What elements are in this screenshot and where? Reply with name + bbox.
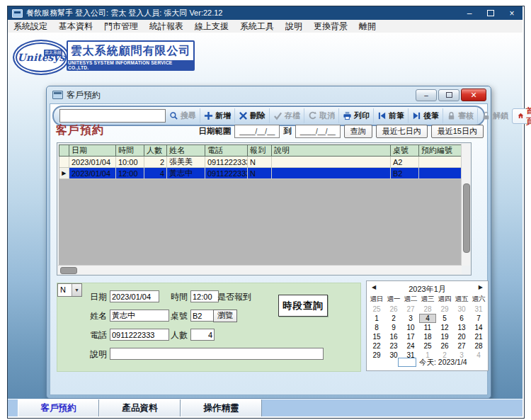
calendar-day[interactable]: 26 — [436, 341, 453, 351]
calendar-next-icon[interactable]: ▶ — [479, 284, 483, 290]
child-close-button[interactable]: ✕ — [461, 89, 486, 101]
cell-booking-no[interactable] — [419, 168, 462, 179]
menu-item[interactable]: 統計報表 — [144, 20, 189, 33]
calendar-day[interactable]: 16 — [385, 332, 402, 341]
time-field[interactable] — [190, 290, 219, 302]
cell-phone[interactable]: 0911222333 — [205, 157, 248, 168]
cell-time[interactable]: 12:00 — [116, 168, 144, 179]
column-header-checkin[interactable]: 報到 — [248, 145, 272, 157]
column-header-name[interactable]: 姓名 — [167, 145, 205, 157]
horizontal-scrollbar-thumb[interactable] — [60, 267, 77, 274]
calendar-day[interactable]: 23 — [385, 341, 402, 351]
calendar-day[interactable]: 30 — [453, 305, 470, 314]
horizontal-scrollbar[interactable] — [58, 265, 462, 274]
cell-people[interactable]: 4 — [144, 168, 167, 179]
cell-date[interactable]: 2023/01/04 — [69, 168, 116, 179]
column-header-phone[interactable]: 電話 — [205, 145, 248, 157]
calendar-day[interactable]: 19 — [436, 332, 453, 341]
child-maximize-button[interactable] — [438, 89, 459, 101]
cell-checkin[interactable]: N — [248, 157, 272, 168]
menu-item[interactable]: 系統設定 — [8, 20, 53, 33]
cell-time[interactable]: 10:00 — [116, 157, 144, 168]
calendar-day[interactable]: 21 — [470, 332, 487, 341]
cell-table-no[interactable]: A2 — [391, 157, 419, 168]
calendar-day[interactable]: 4 — [470, 351, 487, 360]
column-header-table-no[interactable]: 桌號 — [391, 145, 419, 157]
calendar-day[interactable]: 13 — [453, 323, 470, 332]
print-button[interactable]: 列印 — [339, 108, 374, 123]
note-field[interactable] — [110, 348, 324, 360]
tab-customer-reservation[interactable]: 客戶預約 — [18, 399, 99, 416]
menu-item[interactable]: 更換背景 — [308, 20, 353, 33]
vertical-scrollbar-thumb[interactable] — [463, 183, 470, 253]
calendar-day[interactable]: 17 — [402, 332, 419, 341]
tab-product-data[interactable]: 產品資料 — [99, 399, 181, 416]
cell-booking-no[interactable] — [419, 157, 462, 168]
home-button[interactable]: 首頁 — [512, 108, 531, 124]
calendar-day[interactable]: 11 — [419, 323, 436, 332]
tab-operation-wizard[interactable]: 操作精靈 — [181, 399, 262, 416]
menu-item[interactable]: 門市管理 — [98, 20, 144, 33]
close-button[interactable]: × — [501, 6, 523, 20]
chevron-down-icon[interactable]: ▼ — [72, 284, 81, 296]
cell-people[interactable]: 2 — [144, 157, 167, 168]
calendar-day[interactable]: 1 — [368, 314, 385, 323]
cell-table-no[interactable]: B2 — [391, 168, 419, 179]
cell-note[interactable] — [272, 168, 391, 179]
menu-item[interactable]: 離開 — [353, 20, 382, 33]
column-header-date[interactable]: 日期 — [69, 145, 116, 157]
add-button[interactable]: 新增 — [200, 108, 235, 123]
search-button[interactable]: 搜尋 — [166, 108, 200, 123]
delete-button[interactable]: 刪除 — [235, 108, 270, 123]
calendar-day[interactable]: 28 — [470, 341, 487, 351]
calendar-day[interactable]: 27 — [402, 305, 419, 314]
query-button[interactable]: 查詢 — [344, 125, 372, 138]
recent-15-days-button[interactable]: 最近15日內 — [431, 125, 484, 138]
cell-note[interactable] — [272, 157, 391, 168]
table-no-field[interactable] — [190, 310, 215, 322]
calendar-day[interactable]: 6 — [453, 314, 470, 323]
calendar-day[interactable]: 18 — [419, 332, 436, 341]
calendar-day[interactable]: 29 — [368, 351, 385, 360]
calendar-day[interactable]: 26 — [385, 305, 402, 314]
table-row-selected[interactable]: ▶ 2023/01/04 12:00 4 黃志中 0911222333 N B2 — [59, 168, 462, 179]
name-field[interactable] — [110, 310, 169, 322]
calendar-day[interactable]: 31 — [470, 305, 487, 314]
calendar-day[interactable]: 27 — [453, 341, 470, 351]
table-row[interactable]: 2023/01/04 10:00 2 張美美 0911222333 N A2 — [59, 157, 462, 168]
calendar-day[interactable]: 3 — [402, 314, 419, 323]
cell-checkin[interactable]: N — [248, 168, 272, 179]
people-field[interactable] — [190, 329, 215, 341]
next-record-button[interactable]: 後筆 — [409, 108, 443, 123]
phone-field[interactable] — [110, 329, 169, 341]
vertical-scrollbar[interactable] — [461, 144, 470, 266]
calendar-day[interactable]: 8 — [368, 323, 385, 332]
calendar-day[interactable]: 25 — [419, 341, 436, 351]
calendar-day[interactable]: 22 — [368, 341, 385, 351]
calendar-day[interactable]: 29 — [436, 305, 453, 314]
maximize-button[interactable] — [480, 6, 501, 20]
calendar-day[interactable]: 10 — [402, 323, 419, 332]
calendar-today-box[interactable] — [398, 358, 416, 367]
calendar-day[interactable]: 7 — [470, 314, 487, 323]
calendar-day[interactable]: 15 — [368, 332, 385, 341]
cell-date[interactable]: 2023/01/04 — [69, 157, 116, 168]
menu-item[interactable]: 系統工具 — [234, 20, 280, 33]
unlock-button[interactable]: 解鎖 — [478, 108, 512, 123]
calendar-day[interactable]: 20 — [453, 332, 470, 341]
calendar-day-selected[interactable]: 4 — [419, 314, 436, 323]
toolbar-search-input[interactable] — [59, 109, 166, 123]
column-header-note[interactable]: 說明 — [272, 145, 391, 157]
approve-button[interactable]: 審核 — [443, 108, 478, 123]
calendar-day[interactable]: 9 — [385, 323, 402, 332]
checkin-select[interactable]: N ▼ — [57, 283, 82, 297]
child-minimize-button[interactable]: – — [416, 89, 437, 101]
cancel-button[interactable]: 取消 — [304, 108, 339, 123]
column-header-people[interactable]: 人數 — [144, 145, 167, 157]
reservation-window-titlebar[interactable]: 客戶預約 – ✕ — [47, 86, 491, 103]
column-header-time[interactable]: 時間 — [116, 145, 144, 157]
cell-phone[interactable]: 0911222333 — [205, 168, 248, 179]
cell-name[interactable]: 張美美 — [167, 157, 205, 168]
column-header-booking-no[interactable]: 預約編號 — [419, 145, 462, 157]
recent-7-days-button[interactable]: 最近七日內 — [376, 125, 428, 138]
